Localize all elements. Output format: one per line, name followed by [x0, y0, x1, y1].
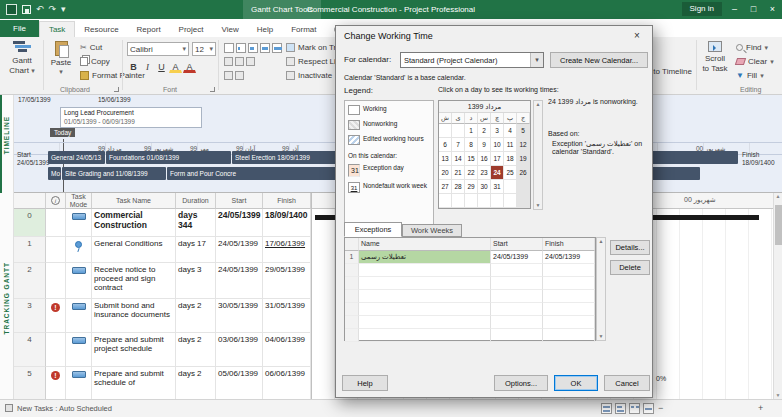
- zoom-out-icon[interactable]: −: [658, 403, 663, 413]
- exception-cell[interactable]: [543, 264, 595, 277]
- help-button[interactable]: Help: [342, 375, 388, 391]
- timeline-bar-form-pour[interactable]: Form and Pour Concre: [167, 167, 338, 180]
- task-row-4[interactable]: 4Prepare and submit project scheduledays…: [14, 333, 311, 367]
- duration-cell[interactable]: days 17: [176, 237, 216, 263]
- calendar-day-12[interactable]: 12: [517, 138, 530, 152]
- calendar-day-8[interactable]: 8: [465, 138, 478, 152]
- exception-cell[interactable]: [345, 303, 359, 316]
- calendar-day-13[interactable]: 13: [439, 152, 452, 166]
- scrollbar-thumb[interactable]: [775, 205, 782, 245]
- timeline-bar-mobilize[interactable]: Mo: [48, 167, 61, 180]
- exception-cell[interactable]: [359, 329, 491, 342]
- view-shortcut-report[interactable]: [643, 403, 654, 414]
- exception-cell[interactable]: [491, 329, 543, 342]
- task-mode-cell[interactable]: [66, 263, 92, 299]
- row-number[interactable]: 0: [14, 209, 46, 237]
- tab-view[interactable]: View: [213, 22, 248, 37]
- task-mode-cell[interactable]: [66, 367, 92, 399]
- view-shortcut-gantt[interactable]: [601, 403, 612, 414]
- italic-button[interactable]: I: [141, 60, 154, 73]
- scroll-up-icon[interactable]: ▲: [774, 193, 782, 199]
- row-number[interactable]: 4: [14, 333, 46, 367]
- font-size-combo[interactable]: 12▾: [192, 42, 216, 56]
- cut-button[interactable]: ✂Cut: [80, 43, 102, 52]
- calendar-scrollbar[interactable]: ▲ ▼: [533, 100, 543, 210]
- task-mode-column-header[interactable]: TaskMode: [66, 193, 92, 209]
- row-number[interactable]: 5: [14, 367, 46, 399]
- quick-access-dropdown-icon[interactable]: ▾: [61, 4, 66, 15]
- task-row-3[interactable]: 3!Submit bond and insurance documentsday…: [14, 299, 311, 333]
- font-color-button[interactable]: A: [183, 60, 196, 73]
- exception-cell[interactable]: [345, 329, 359, 342]
- scroll-down-icon[interactable]: ▼: [774, 392, 782, 398]
- duration-column-header[interactable]: Duration: [176, 193, 216, 209]
- start-cell[interactable]: 24/05/1399: [216, 237, 263, 263]
- exception-cell[interactable]: [359, 290, 491, 303]
- duration-cell[interactable]: days 2: [176, 333, 216, 367]
- duration-cell[interactable]: days 2: [176, 367, 216, 399]
- tab-resource[interactable]: Resource: [75, 22, 127, 37]
- calendar-day-15[interactable]: 15: [465, 152, 478, 166]
- calendar-day-30[interactable]: 30: [478, 180, 491, 194]
- dialog-title-bar[interactable]: Change Working Time: [336, 26, 652, 46]
- tab-project[interactable]: Project: [170, 22, 213, 37]
- inactivate-button[interactable]: Inactivate: [286, 71, 332, 80]
- task-name-cell[interactable]: Prepare and submit project schedule: [92, 333, 176, 367]
- exception-cell[interactable]: [491, 290, 543, 303]
- exception-row-empty[interactable]: [345, 316, 595, 329]
- timeline-callout[interactable]: Long Lead Procurement 01/05/1399 - 06/09…: [60, 107, 202, 128]
- row-number[interactable]: 3: [14, 299, 46, 333]
- copy-button[interactable]: Copy: [80, 57, 110, 66]
- row-number[interactable]: 1: [14, 237, 46, 263]
- exception-cell[interactable]: 24/05/1399: [543, 251, 595, 264]
- exception-row[interactable]: 1تعطیلات رسمی24/05/139924/05/1399: [345, 251, 595, 264]
- exception-cell[interactable]: [543, 316, 595, 329]
- tab-help[interactable]: Help: [248, 22, 282, 37]
- start-cell[interactable]: 24/05/1399: [216, 263, 263, 299]
- exceptions-scroll-up-icon[interactable]: ▲: [597, 238, 605, 244]
- tab-format[interactable]: Format: [282, 22, 325, 37]
- exception-row-empty[interactable]: [345, 329, 595, 342]
- calendar-day-14[interactable]: 14: [452, 152, 465, 166]
- finish-column-header[interactable]: Finish: [263, 193, 311, 209]
- calendar-day-9[interactable]: 9: [478, 138, 491, 152]
- maximize-icon[interactable]: □: [744, 0, 763, 19]
- task-row-1[interactable]: 1General Conditionsdays 1724/05/139917/0…: [14, 237, 311, 263]
- minimize-icon[interactable]: –: [725, 0, 744, 19]
- calendar-day-24[interactable]: 24: [491, 166, 504, 180]
- task-name-cell[interactable]: Submit bond and insurance documents: [92, 299, 176, 333]
- find-button[interactable]: Find▾: [736, 43, 768, 52]
- task-row-2[interactable]: 2Receive notice to proceed and sign cont…: [14, 263, 311, 299]
- task-name-cell[interactable]: Prepare and submit schedule of: [92, 367, 176, 399]
- redo-icon[interactable]: ↷: [49, 4, 57, 15]
- create-new-calendar-button[interactable]: Create New Calendar...: [550, 52, 648, 68]
- options-button[interactable]: Options...: [494, 375, 548, 391]
- select-all-corner[interactable]: [14, 193, 46, 209]
- fill-button[interactable]: ▼Fill▾: [736, 71, 764, 80]
- calendar-day-6[interactable]: 6: [439, 138, 452, 152]
- calendar-day-19[interactable]: 19: [517, 152, 530, 166]
- task-name-cell[interactable]: Commercial Construction: [92, 209, 176, 237]
- exception-cell[interactable]: [543, 277, 595, 290]
- calendar-day-7[interactable]: 7: [452, 138, 465, 152]
- exception-row-empty[interactable]: [345, 290, 595, 303]
- timeline-bar-continued[interactable]: [652, 151, 738, 164]
- exception-cell[interactable]: [491, 303, 543, 316]
- close-icon[interactable]: ×: [763, 0, 782, 19]
- finish-cell[interactable]: 18/09/1400: [263, 209, 311, 237]
- exception-cell[interactable]: [543, 303, 595, 316]
- timeline-bar-general[interactable]: General 24/05/13: [48, 151, 105, 164]
- calendar-day-1[interactable]: 1: [465, 124, 478, 138]
- delete-button[interactable]: Delete: [610, 260, 650, 275]
- start-cell[interactable]: 30/05/1399: [216, 299, 263, 333]
- finish-cell[interactable]: 06/06/1399: [263, 367, 311, 399]
- tab-exceptions[interactable]: Exceptions: [344, 222, 402, 237]
- calendar-day-16[interactable]: 16: [478, 152, 491, 166]
- timeline-bar-foundations[interactable]: Foundations 01/08/1399: [106, 151, 231, 164]
- scroll-to-task-button[interactable]: Scroll to Task: [699, 41, 731, 73]
- finish-cell[interactable]: 31/05/1399: [263, 299, 311, 333]
- tab-file[interactable]: File: [0, 20, 39, 37]
- exception-cell[interactable]: [359, 277, 491, 290]
- calendar-day-27[interactable]: 27: [439, 180, 452, 194]
- exception-cell[interactable]: [543, 290, 595, 303]
